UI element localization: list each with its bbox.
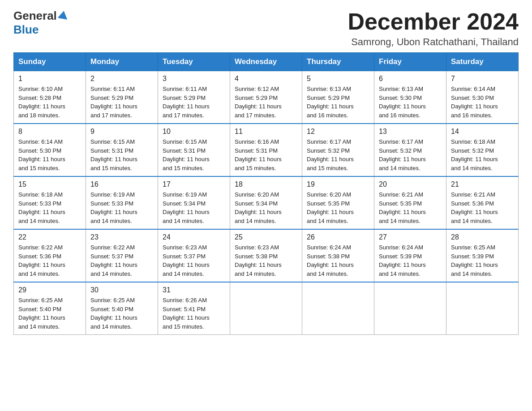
calendar-week-row: 22 Sunrise: 6:22 AM Sunset: 5:36 PM Dayl… — [14, 229, 519, 282]
calendar-day-cell: 12 Sunrise: 6:17 AM Sunset: 5:32 PM Dayl… — [302, 124, 374, 176]
calendar-day-cell: 20 Sunrise: 6:21 AM Sunset: 5:35 PM Dayl… — [374, 176, 446, 229]
calendar-day-cell: 13 Sunrise: 6:17 AM Sunset: 5:32 PM Dayl… — [374, 124, 446, 176]
calendar-day-cell: 10 Sunrise: 6:15 AM Sunset: 5:31 PM Dayl… — [158, 124, 230, 176]
day-info: Sunrise: 6:22 AM Sunset: 5:37 PM Dayligh… — [90, 243, 153, 278]
calendar-day-cell: 3 Sunrise: 6:11 AM Sunset: 5:29 PM Dayli… — [158, 71, 230, 124]
calendar-week-row: 8 Sunrise: 6:14 AM Sunset: 5:30 PM Dayli… — [14, 124, 519, 176]
calendar-day-cell: 16 Sunrise: 6:19 AM Sunset: 5:33 PM Dayl… — [86, 176, 158, 229]
calendar-day-cell: 31 Sunrise: 6:26 AM Sunset: 5:41 PM Dayl… — [158, 282, 230, 335]
day-number: 16 — [90, 180, 153, 188]
day-info: Sunrise: 6:21 AM Sunset: 5:36 PM Dayligh… — [451, 190, 514, 225]
day-number: 26 — [307, 233, 369, 241]
day-number: 14 — [451, 128, 514, 136]
calendar-day-cell: 11 Sunrise: 6:16 AM Sunset: 5:31 PM Dayl… — [230, 124, 302, 176]
day-number: 31 — [163, 286, 225, 294]
calendar-body: 1 Sunrise: 6:10 AM Sunset: 5:28 PM Dayli… — [14, 71, 519, 335]
calendar-day-cell: 8 Sunrise: 6:14 AM Sunset: 5:30 PM Dayli… — [14, 124, 86, 176]
day-info: Sunrise: 6:12 AM Sunset: 5:29 PM Dayligh… — [235, 85, 297, 120]
day-number: 30 — [90, 286, 153, 294]
day-info: Sunrise: 6:18 AM Sunset: 5:32 PM Dayligh… — [451, 137, 514, 172]
calendar-day-cell: 9 Sunrise: 6:15 AM Sunset: 5:31 PM Dayli… — [86, 124, 158, 176]
calendar-day-cell: 7 Sunrise: 6:14 AM Sunset: 5:30 PM Dayli… — [446, 71, 519, 124]
calendar-day-cell: 24 Sunrise: 6:23 AM Sunset: 5:37 PM Dayl… — [158, 229, 230, 282]
day-number: 15 — [18, 180, 81, 188]
day-number: 2 — [90, 75, 153, 83]
day-info: Sunrise: 6:18 AM Sunset: 5:33 PM Dayligh… — [18, 190, 81, 225]
day-info: Sunrise: 6:13 AM Sunset: 5:29 PM Dayligh… — [307, 85, 369, 120]
day-number: 7 — [451, 75, 514, 83]
day-info: Sunrise: 6:20 AM Sunset: 5:35 PM Dayligh… — [307, 190, 369, 225]
day-info: Sunrise: 6:21 AM Sunset: 5:35 PM Dayligh… — [379, 190, 442, 225]
day-number: 4 — [235, 75, 297, 83]
day-info: Sunrise: 6:11 AM Sunset: 5:29 PM Dayligh… — [163, 85, 225, 120]
day-info: Sunrise: 6:15 AM Sunset: 5:31 PM Dayligh… — [90, 137, 153, 172]
day-number: 20 — [379, 180, 442, 188]
weekday-header-cell: Thursday — [302, 53, 374, 71]
calendar-week-row: 1 Sunrise: 6:10 AM Sunset: 5:28 PM Dayli… — [14, 71, 519, 124]
day-number: 9 — [90, 128, 153, 136]
day-number: 24 — [163, 233, 225, 241]
day-number: 1 — [18, 75, 81, 83]
calendar-week-row: 29 Sunrise: 6:25 AM Sunset: 5:40 PM Dayl… — [14, 282, 519, 335]
day-number: 12 — [307, 128, 369, 136]
day-number: 28 — [451, 233, 514, 241]
day-number: 11 — [235, 128, 297, 136]
day-info: Sunrise: 6:23 AM Sunset: 5:37 PM Dayligh… — [163, 243, 225, 278]
day-info: Sunrise: 6:17 AM Sunset: 5:32 PM Dayligh… — [307, 137, 369, 172]
calendar-day-cell: 5 Sunrise: 6:13 AM Sunset: 5:29 PM Dayli… — [302, 71, 374, 124]
day-number: 8 — [18, 128, 81, 136]
month-title: December 2024 — [348, 9, 519, 34]
calendar-day-cell: 15 Sunrise: 6:18 AM Sunset: 5:33 PM Dayl… — [14, 176, 86, 229]
day-info: Sunrise: 6:13 AM Sunset: 5:30 PM Dayligh… — [379, 85, 442, 120]
page-header: General Blue December 2024 Samrong, Ubon… — [13, 9, 519, 48]
day-info: Sunrise: 6:24 AM Sunset: 5:39 PM Dayligh… — [379, 243, 442, 278]
calendar-day-cell — [302, 282, 374, 335]
logo-blue-text: Blue — [13, 23, 39, 36]
day-info: Sunrise: 6:14 AM Sunset: 5:30 PM Dayligh… — [451, 85, 514, 120]
calendar-day-cell — [374, 282, 446, 335]
day-info: Sunrise: 6:16 AM Sunset: 5:31 PM Dayligh… — [235, 137, 297, 172]
calendar-day-cell — [446, 282, 519, 335]
calendar-day-cell: 14 Sunrise: 6:18 AM Sunset: 5:32 PM Dayl… — [446, 124, 519, 176]
day-info: Sunrise: 6:14 AM Sunset: 5:30 PM Dayligh… — [18, 137, 81, 172]
calendar-day-cell — [230, 282, 302, 335]
weekday-header-cell: Saturday — [446, 53, 519, 71]
day-number: 23 — [90, 233, 153, 241]
day-number: 22 — [18, 233, 81, 241]
day-number: 10 — [163, 128, 225, 136]
day-number: 21 — [451, 180, 514, 188]
calendar-day-cell: 19 Sunrise: 6:20 AM Sunset: 5:35 PM Dayl… — [302, 176, 374, 229]
day-number: 17 — [163, 180, 225, 188]
day-info: Sunrise: 6:22 AM Sunset: 5:36 PM Dayligh… — [18, 243, 81, 278]
day-number: 25 — [235, 233, 297, 241]
weekday-header-cell: Monday — [86, 53, 158, 71]
calendar-day-cell: 18 Sunrise: 6:20 AM Sunset: 5:34 PM Dayl… — [230, 176, 302, 229]
day-number: 18 — [235, 180, 297, 188]
day-info: Sunrise: 6:25 AM Sunset: 5:39 PM Dayligh… — [451, 243, 514, 278]
logo-triangle-icon — [58, 10, 68, 20]
day-info: Sunrise: 6:11 AM Sunset: 5:29 PM Dayligh… — [90, 85, 153, 120]
calendar-day-cell: 22 Sunrise: 6:22 AM Sunset: 5:36 PM Dayl… — [14, 229, 86, 282]
calendar-day-cell: 21 Sunrise: 6:21 AM Sunset: 5:36 PM Dayl… — [446, 176, 519, 229]
day-info: Sunrise: 6:20 AM Sunset: 5:34 PM Dayligh… — [235, 190, 297, 225]
location-title: Samrong, Ubon Ratchathani, Thailand — [348, 36, 519, 48]
title-block: December 2024 Samrong, Ubon Ratchathani,… — [348, 9, 519, 48]
logo: General Blue — [13, 9, 68, 37]
weekday-header-cell: Wednesday — [230, 53, 302, 71]
weekday-header-cell: Friday — [374, 53, 446, 71]
svg-marker-0 — [58, 10, 68, 20]
calendar-day-cell: 30 Sunrise: 6:25 AM Sunset: 5:40 PM Dayl… — [86, 282, 158, 335]
calendar-day-cell: 25 Sunrise: 6:23 AM Sunset: 5:38 PM Dayl… — [230, 229, 302, 282]
day-info: Sunrise: 6:10 AM Sunset: 5:28 PM Dayligh… — [18, 85, 81, 120]
day-info: Sunrise: 6:26 AM Sunset: 5:41 PM Dayligh… — [163, 296, 225, 331]
day-number: 13 — [379, 128, 442, 136]
day-number: 5 — [307, 75, 369, 83]
day-info: Sunrise: 6:19 AM Sunset: 5:33 PM Dayligh… — [90, 190, 153, 225]
calendar-day-cell: 23 Sunrise: 6:22 AM Sunset: 5:37 PM Dayl… — [86, 229, 158, 282]
calendar-day-cell: 1 Sunrise: 6:10 AM Sunset: 5:28 PM Dayli… — [14, 71, 86, 124]
weekday-header-cell: Tuesday — [158, 53, 230, 71]
day-info: Sunrise: 6:25 AM Sunset: 5:40 PM Dayligh… — [18, 296, 81, 331]
day-info: Sunrise: 6:15 AM Sunset: 5:31 PM Dayligh… — [163, 137, 225, 172]
day-number: 6 — [379, 75, 442, 83]
day-number: 27 — [379, 233, 442, 241]
